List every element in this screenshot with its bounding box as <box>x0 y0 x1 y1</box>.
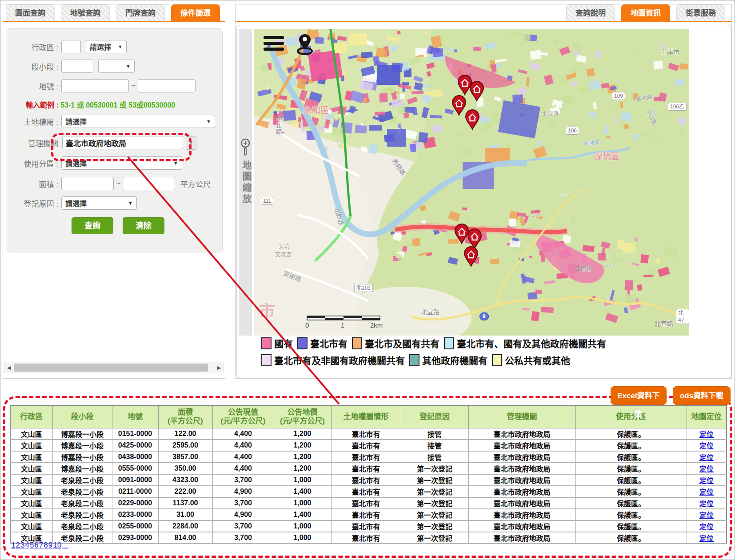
legend-swatch <box>352 337 362 349</box>
chevron-down-icon: ▼ <box>206 119 211 124</box>
horizontal-scrollbar[interactable]: ◀ ▶ <box>4 362 224 373</box>
legend-swatch <box>492 354 502 366</box>
page-link-1[interactable]: 1 <box>11 541 15 549</box>
agency-select-stub[interactable]: ▼ <box>186 136 196 150</box>
table-row: 文山區老泉段二小段0211-0000222.004,9001,400臺北市有第一… <box>10 486 727 497</box>
table-cell: 保護區。 <box>575 451 687 463</box>
chevron-down-icon: ▼ <box>128 200 133 206</box>
agency-label: 管理機關 <box>7 137 58 148</box>
locate-link[interactable]: 定位 <box>699 512 714 519</box>
table-cell: 臺北市政府地政局 <box>468 428 575 440</box>
table-row: 文山區博嘉段一小段0425-00002595.004,4001,200臺北市有接… <box>10 440 727 451</box>
locate-link[interactable]: 定位 <box>699 535 714 542</box>
table-cell: 臺北市政府地政局 <box>468 520 575 532</box>
table-cell: 文山區 <box>10 474 52 486</box>
scrollbar-thumb[interactable] <box>14 364 208 372</box>
left-tab-underline <box>3 21 225 22</box>
legend-item: 臺北市有 <box>297 336 348 350</box>
page-link-2[interactable]: 2 <box>16 541 20 549</box>
table-cell: 1,400 <box>274 486 331 497</box>
table-cell: 保護區。 <box>575 440 687 451</box>
page-link-9[interactable]: 9 <box>48 541 52 549</box>
legend-label: 臺北市有及非國有政府機關共有 <box>274 353 405 367</box>
table-cell: 保護區。 <box>575 474 687 486</box>
table-cell: 老泉段二小段 <box>52 509 112 520</box>
table-cell: 1,200 <box>274 451 331 463</box>
agency-input[interactable]: 臺北市政府地政局 <box>62 136 183 149</box>
page-link-4[interactable]: 4 <box>25 541 29 549</box>
parcel-from-input[interactable] <box>61 79 129 92</box>
locate-link[interactable]: 定位 <box>699 477 714 484</box>
table-cell: 博嘉段一小段 <box>52 428 112 440</box>
table-row: 文山區博嘉段一小段0438-00003857.004,4001,200臺北市有接… <box>10 451 727 463</box>
page-link-8[interactable]: 8 <box>44 541 48 549</box>
page-link-5[interactable]: 5 <box>30 541 34 549</box>
page-link-...[interactable]: ... <box>62 541 68 549</box>
ods-download-button[interactable]: ods資料下載 <box>673 386 731 405</box>
query-tab-3[interactable]: 門牌查詢 <box>116 4 165 21</box>
zoning-label: 使用分區 : <box>7 158 58 169</box>
table-row: 文山區老泉段二小段0229-00001137.003,7001,000臺北市有第… <box>10 497 727 509</box>
filter-form: 行政區 : 請選擇 ▼ 段小段 : ▼ 地號 : ~ <box>7 28 223 252</box>
table-cell: 350.00 <box>158 463 212 474</box>
table-cell: 文山區 <box>10 486 52 497</box>
locate-link[interactable]: 定位 <box>699 431 714 438</box>
district-code-input[interactable] <box>61 40 81 53</box>
table-cell: 老泉段二小段 <box>52 520 112 532</box>
locate-link[interactable]: 定位 <box>699 465 714 473</box>
map-canvas[interactable]: 永和區深坑區市中正路秀朗路北新路安康路安坑交流道北宜路北宜路萬福路北深路景美溪文… <box>254 29 689 336</box>
map-tab-3[interactable]: 街景服務 <box>676 4 725 21</box>
column-header: 土地權屬情形 <box>331 405 401 428</box>
page-link-3[interactable]: 3 <box>20 541 24 549</box>
table-cell: 3,700 <box>212 520 274 532</box>
query-button[interactable]: 查詢 <box>72 217 113 234</box>
table-row: 文山區博嘉段一小段0151-0000122.004,4001,200臺北市有接管… <box>10 428 727 440</box>
magnifier-plus-icon[interactable] <box>240 138 251 157</box>
locate-link[interactable]: 定位 <box>699 488 714 496</box>
locate-link[interactable]: 定位 <box>699 500 714 508</box>
section-input[interactable] <box>61 60 93 73</box>
page-link-10[interactable]: 10 <box>53 541 61 549</box>
excel-download-button[interactable]: Excel資料下載 <box>611 386 667 405</box>
legend-label: 臺北市有 <box>310 336 348 350</box>
zoning-select[interactable]: 請選擇 ▼ <box>61 156 182 170</box>
scrollbar-track[interactable] <box>13 363 215 372</box>
table-cell: 1,200 <box>274 440 331 451</box>
district-select[interactable]: 請選擇 ▼ <box>86 40 127 53</box>
table-cell: 31.00 <box>158 509 212 520</box>
map-locate-icon[interactable] <box>295 32 315 56</box>
locate-link[interactable]: 定位 <box>699 454 714 461</box>
table-cell: 臺北市有 <box>331 486 401 497</box>
legend-swatch <box>444 337 454 349</box>
clear-button[interactable]: 清除 <box>123 217 164 234</box>
section-select[interactable]: ▼ <box>98 60 135 73</box>
query-tab-4[interactable]: 條件篩選 <box>171 4 220 21</box>
reason-select[interactable]: 請選擇 ▼ <box>61 196 137 210</box>
query-tab-2[interactable]: 地號查詢 <box>61 4 110 21</box>
table-cell-locate: 定位 <box>687 451 727 463</box>
locate-link[interactable]: 定位 <box>699 523 714 531</box>
page-link-7[interactable]: 7 <box>39 541 43 549</box>
scroll-left-arrow-icon[interactable]: ◀ <box>5 365 13 371</box>
column-header: 公告現值(元/平方公尺) <box>212 405 274 428</box>
locate-link[interactable]: 定位 <box>699 442 714 450</box>
map-menu-icon[interactable] <box>264 36 284 53</box>
table-cell: 臺北市政府地政局 <box>468 451 575 463</box>
map-tab-1[interactable]: 查詢說明 <box>566 4 615 21</box>
input-example-label: 輸入範例 : <box>26 101 60 109</box>
query-tab-1[interactable]: 圖面查詢 <box>6 4 55 21</box>
parcel-to-input[interactable] <box>138 79 196 92</box>
map-zoom-label: 地圖縮放 <box>240 160 253 205</box>
page-link-6[interactable]: 6 <box>34 541 38 549</box>
table-cell: 第一次登記 <box>401 497 468 509</box>
table-row: 文山區老泉段二小段0233-000031.004,9001,400臺北市有第一次… <box>10 509 727 520</box>
ownership-select[interactable]: 請選擇 ▼ <box>61 115 215 128</box>
map-zoom-control[interactable]: 地圖縮放 <box>239 29 252 336</box>
scroll-right-arrow-icon[interactable]: ▶ <box>215 365 223 371</box>
area-from-input[interactable] <box>61 177 114 190</box>
area-to-input[interactable] <box>123 177 175 190</box>
table-cell: 4,400 <box>212 428 274 440</box>
table-cell: 4,400 <box>212 463 274 474</box>
map-tab-2[interactable]: 地圖資訊 <box>621 4 670 21</box>
table-cell: 第一次登記 <box>401 474 468 486</box>
